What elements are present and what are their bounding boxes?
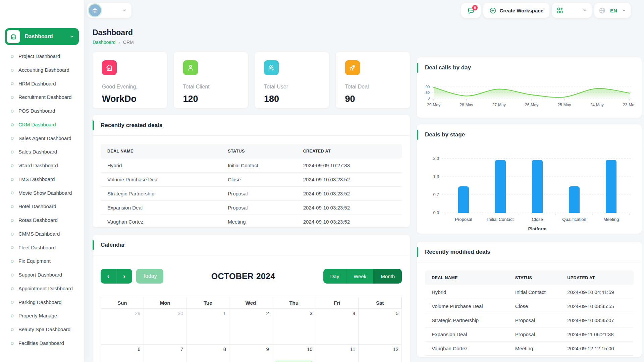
calendar-cell-3[interactable]: 3 bbox=[272, 309, 316, 345]
stat-card-total-client: Total Client 120 bbox=[174, 52, 248, 108]
card-title: Recently modified deals bbox=[425, 249, 490, 255]
svg-text:23-May: 23-May bbox=[623, 103, 634, 107]
table-cell: 2024-09-10 04:41:59 bbox=[560, 285, 634, 299]
sidebar-item-appointment-dashboard[interactable]: Appointment Dashboard bbox=[3, 282, 80, 296]
sidebar-menu: Project DashboardAccounting DashboardHRM… bbox=[0, 50, 84, 350]
calendar-cell-1[interactable]: 1 bbox=[186, 309, 229, 345]
messages-button[interactable]: 0 bbox=[461, 3, 481, 18]
calendar-cell-11[interactable]: 11 bbox=[316, 345, 359, 362]
calendar-cell-7[interactable]: 7 bbox=[144, 345, 187, 362]
stat-value: WorkDo bbox=[102, 94, 158, 104]
svg-text:0.7: 0.7 bbox=[433, 192, 439, 197]
table-cell: Close bbox=[508, 299, 561, 313]
calendar-date: 10 bbox=[275, 346, 313, 352]
sidebar-item-fleet-dashboard[interactable]: Fleet Dashboard bbox=[3, 241, 80, 255]
sidebar-group-label: Dashboard bbox=[25, 34, 65, 40]
card-header: Recently created deals bbox=[93, 115, 410, 136]
sidebar-item-support-dashboard[interactable]: Support Dashboard bbox=[3, 268, 80, 282]
breadcrumb-dashboard-link[interactable]: Dashboard bbox=[93, 40, 116, 45]
sidebar-item-accounting-dashboard[interactable]: Accounting Dashboard bbox=[3, 63, 80, 77]
svg-text:Proposal: Proposal bbox=[455, 217, 472, 222]
sidebar-item-label: POS Dashboard bbox=[18, 108, 77, 114]
stat-value: 180 bbox=[264, 94, 320, 104]
sidebar-item-rotas-dashboard[interactable]: Rotas Dashboard bbox=[3, 214, 80, 227]
sidebar-item-parking-dashboard[interactable]: Parking Dashboard bbox=[3, 296, 80, 309]
sidebar-item-property-manage[interactable]: Property Manage bbox=[3, 309, 80, 323]
sidebar-item-facilities-dashboard[interactable]: Facilities Dashboard bbox=[3, 337, 80, 350]
sidebar-item-beauty-spa-dashboard[interactable]: Beauty Spa Dashboard bbox=[3, 323, 80, 337]
sidebar-item-label: Rotas Dashboard bbox=[18, 217, 77, 224]
sidebar-item-fix-equipment[interactable]: Fix Equipment bbox=[3, 254, 80, 268]
svg-text:Initial Contact: Initial Contact bbox=[487, 217, 514, 222]
calendar-cell-4[interactable]: 4 bbox=[316, 309, 359, 345]
table-cell: Hybrid bbox=[425, 285, 508, 299]
calendar-cell-9[interactable]: 9 bbox=[229, 345, 272, 362]
sidebar-item-movie-show-dashboard[interactable]: Movie Show Dashboard bbox=[3, 186, 80, 200]
sidebar-item-label: Sales Agent Dashboard bbox=[18, 135, 77, 142]
sidebar-item-hotel-dashboard[interactable]: Hotel Dashboard bbox=[3, 200, 80, 214]
apps-menu-button[interactable] bbox=[552, 3, 592, 18]
calendar-prev-button[interactable]: ‹ bbox=[101, 269, 116, 284]
workspace-selector[interactable] bbox=[87, 3, 131, 18]
calendar-day-header: Sun bbox=[101, 297, 144, 309]
svg-text:100: 100 bbox=[425, 85, 430, 89]
table-cell: Proposal bbox=[221, 201, 297, 215]
deal-calls-by-day-card: Deal calls by day 10050029-May28-May27-M… bbox=[417, 57, 642, 118]
calendar-cell-5[interactable]: 5 bbox=[359, 309, 401, 345]
sidebar-item-lms-dashboard[interactable]: LMS Dashboard bbox=[3, 173, 80, 186]
calendar-cell-30[interactable]: 30 bbox=[144, 309, 187, 345]
globe-icon bbox=[599, 7, 606, 14]
sidebar-item-label: Support Dashboard bbox=[18, 272, 77, 278]
table-cell: Proposal bbox=[508, 313, 561, 327]
sidebar-item-recruitment-dashboard[interactable]: Recruitment Dashboard bbox=[3, 90, 80, 104]
left-column: Good Evening, WorkDo Total Client 120 To… bbox=[93, 52, 410, 362]
calendar-toolbar: ‹ › Today OCTOBER 2024 Day Week Month bbox=[101, 269, 402, 284]
calendar-cell-10[interactable]: 10Deal task One bbox=[272, 345, 316, 362]
create-workspace-label: Create Workspace bbox=[499, 8, 543, 13]
stat-card-total-deal: Total Deal 90 bbox=[336, 52, 410, 108]
svg-text:Meeting: Meeting bbox=[603, 217, 619, 222]
sidebar-item-label: Fleet Dashboard bbox=[18, 245, 77, 251]
create-workspace-button[interactable]: Create Workspace bbox=[483, 3, 549, 18]
sidebar-item-cmms-dashboard[interactable]: CMMS Dashboard bbox=[3, 227, 80, 241]
sidebar-item-crm-dashboard[interactable]: CRM Dashboard bbox=[3, 118, 80, 132]
table-cell: 2024-09-12 12:15:00 bbox=[560, 342, 634, 356]
calendar-view-month[interactable]: Month bbox=[373, 269, 402, 284]
area-chart-svg: 10050029-May28-May27-May26-May25-May24-M… bbox=[425, 83, 634, 115]
calendar-view-week[interactable]: Week bbox=[346, 269, 373, 284]
calendar-next-button[interactable]: › bbox=[116, 269, 132, 284]
language-selector[interactable]: EN bbox=[594, 3, 631, 18]
sidebar-item-sales-dashboard[interactable]: Sales Dashboard bbox=[3, 145, 80, 159]
calendar-cell-12[interactable]: 12 bbox=[359, 345, 401, 362]
home-icon bbox=[102, 60, 117, 75]
calendar-cell-29[interactable]: 29 bbox=[101, 309, 144, 345]
svg-text:27-May: 27-May bbox=[492, 103, 506, 107]
recently-created-deals-card: Recently created deals Deal Name Status … bbox=[93, 115, 410, 227]
messages-badge: 0 bbox=[472, 5, 478, 10]
calendar-cell-2[interactable]: 2 bbox=[229, 309, 272, 345]
sidebar-item-pos-dashboard[interactable]: POS Dashboard bbox=[3, 104, 80, 118]
sidebar-item-project-dashboard[interactable]: Project Dashboard bbox=[3, 50, 80, 63]
card-header: Calendar bbox=[93, 235, 410, 255]
calendar-day-header: Sat bbox=[359, 297, 401, 309]
calendar-cell-6[interactable]: 6 bbox=[101, 345, 144, 362]
calendar-event[interactable]: Deal task One bbox=[275, 361, 313, 362]
bullet-icon bbox=[11, 164, 14, 167]
column-header-status: Status bbox=[508, 270, 561, 285]
sidebar-item-vcard-dashboard[interactable]: vCard Dashboard bbox=[3, 159, 80, 173]
bullet-icon bbox=[11, 55, 14, 58]
recently-modified-deals-table: Deal Name Status Updated At HybridInitia… bbox=[425, 270, 634, 356]
sidebar-item-sales-agent-dashboard[interactable]: Sales Agent Dashboard bbox=[3, 132, 80, 145]
calendar-date: 6 bbox=[104, 346, 141, 352]
stat-label: Total User bbox=[264, 84, 320, 90]
calendar-view-day[interactable]: Day bbox=[323, 269, 346, 284]
grid-plus-icon bbox=[557, 7, 564, 14]
calendar-cell-8[interactable]: 8 bbox=[186, 345, 229, 362]
sidebar-item-hrm-dashboard[interactable]: HRM Dashboard bbox=[3, 77, 80, 91]
plus-circle-icon bbox=[489, 7, 496, 14]
table-row: Strategic PartnershipProposal2024-09-10 … bbox=[425, 313, 634, 327]
svg-text:Close: Close bbox=[532, 217, 543, 222]
calendar-today-button[interactable]: Today bbox=[136, 269, 163, 284]
sidebar-item-label: Fix Equipment bbox=[18, 258, 77, 264]
sidebar-group-dashboard[interactable]: Dashboard bbox=[5, 28, 79, 45]
